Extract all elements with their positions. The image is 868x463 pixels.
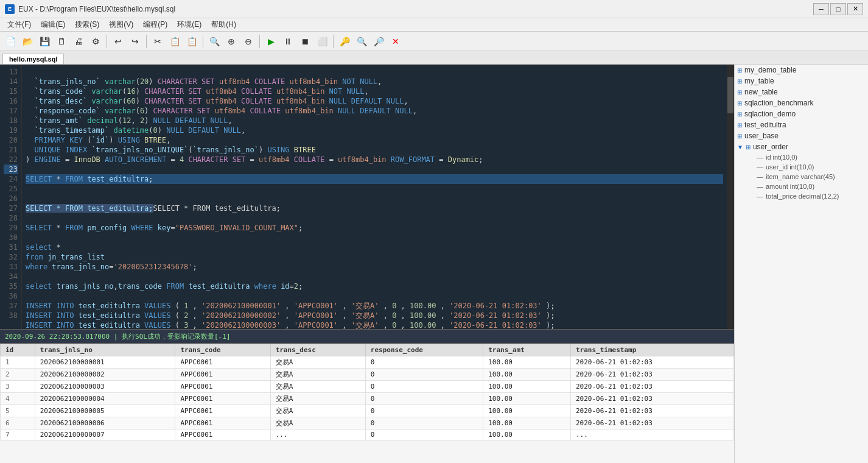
sep1 [107, 35, 107, 48]
tb-copy[interactable]: 📋 [167, 34, 183, 49]
menu-view[interactable]: 视图(V) [104, 18, 138, 31]
sidebar-col-amount[interactable]: — amount int(10,0) [735, 182, 868, 191]
sidebar-item-my-demo-table[interactable]: ⊞ my_demo_table [735, 65, 868, 76]
table-cell: 2020062100000005 [35, 405, 175, 417]
editor-scrollbar[interactable] [727, 65, 734, 329]
col-icon: — [757, 183, 763, 190]
table-cell: APPC0001 [175, 417, 270, 429]
table-cell: 交易A [270, 381, 365, 393]
app-icon: E [5, 4, 15, 14]
tb-settings[interactable]: ⚙ [88, 34, 103, 49]
tb-close-tab[interactable]: ✕ [388, 34, 404, 49]
table-cell: 2020062100000004 [35, 393, 175, 405]
tab-hello-mysql[interactable]: hello.mysql.sql [2, 54, 64, 64]
table-cell: 交易A [270, 369, 365, 381]
table-icon: ⊞ [737, 100, 742, 107]
table-cell: 0 [365, 417, 483, 429]
table-cell: 100.00 [483, 393, 571, 405]
table-cell: 100.00 [483, 429, 571, 440]
tb-search3[interactable]: 🔎 [371, 34, 387, 49]
minimize-button[interactable]: ─ [813, 3, 829, 15]
table-cell: 3 [1, 381, 35, 393]
menu-file[interactable]: 文件(F) [2, 18, 36, 31]
sidebar-item-user-order[interactable]: ▼ ⊞ user_order [735, 141, 868, 152]
table-cell: 交易A [270, 405, 365, 417]
sidebar-item-user-base[interactable]: ⊞ user_base [735, 130, 868, 141]
tb-clear[interactable]: ⬜ [314, 34, 330, 49]
tb-run[interactable]: ▶ [263, 34, 279, 49]
menu-edit[interactable]: 编辑(E) [36, 18, 70, 31]
table-icon: ⊞ [737, 133, 742, 140]
table-cell: APPC0001 [175, 356, 270, 369]
tb-save[interactable]: 💾 [37, 34, 52, 49]
sidebar-item-sqlaction-demo[interactable]: ⊞ sqlaction_demo [735, 108, 868, 119]
sidebar-col-user-id[interactable]: — user_id int(10,0) [735, 162, 868, 172]
menu-help[interactable]: 帮助(H) [206, 18, 241, 31]
main-layout: 13141516 17181920 2122 23 24252627 28293… [0, 65, 868, 463]
table-row: 52020062100000005APPC0001交易A0100.002020-… [1, 405, 734, 417]
expand-icon: ▼ [737, 144, 743, 150]
table-cell: APPC0001 [175, 369, 270, 381]
result-table-wrap[interactable]: id trans_jnls_no trans_code trans_desc r… [0, 344, 734, 463]
tb-redo[interactable]: ↪ [127, 34, 143, 49]
menu-env[interactable]: 环境(E) [172, 18, 206, 31]
tb-search2[interactable]: 🔍 [354, 34, 369, 49]
sidebar-item-test-editultra[interactable]: ⊞ test_editultra [735, 119, 868, 130]
table-cell: 100.00 [483, 356, 571, 369]
table-header-row: id trans_jnls_no trans_code trans_desc r… [1, 344, 734, 356]
sidebar-item-new-table[interactable]: ⊞ new_table [735, 87, 868, 97]
col-amt: trans_amt [483, 344, 571, 356]
tb-undo[interactable]: ↩ [110, 34, 126, 49]
sidebar-col-item-name[interactable]: — item_name varchar(45) [735, 172, 868, 182]
tb-new[interactable]: 📄 [2, 34, 18, 49]
col-icon: — [757, 193, 763, 200]
menu-search[interactable]: 搜索(S) [70, 18, 104, 31]
sep4 [259, 35, 260, 48]
table-row: 22020062100000002APPC0001交易A0100.002020-… [1, 369, 734, 381]
menu-bar: 文件(F) 编辑(E) 搜索(S) 视图(V) 编程(P) 环境(E) 帮助(H… [0, 18, 868, 32]
sidebar-col-id[interactable]: — id int(10,0) [735, 152, 868, 162]
table-row: 12020062100000001APPC0001交易A0100.002020-… [1, 356, 734, 369]
tb-key[interactable]: 🔑 [337, 34, 352, 49]
close-button[interactable]: ✕ [847, 3, 863, 15]
col-icon: — [757, 154, 763, 161]
code-editor[interactable]: 13141516 17181920 2122 23 24252627 28293… [0, 65, 734, 329]
sidebar-col-total-price[interactable]: — total_price decimal(12,2) [735, 191, 868, 201]
maximize-button[interactable]: □ [830, 3, 846, 15]
table-icon: ⊞ [737, 89, 742, 96]
tab-label: hello.mysql.sql [9, 55, 57, 63]
code-content[interactable]: `trans_jnls_no` varchar(20) CHARACTER SE… [22, 65, 727, 329]
col-resp: response_code [365, 344, 483, 356]
menu-program[interactable]: 编程(P) [138, 18, 172, 31]
tb-save-all[interactable]: 🗒 [54, 34, 69, 49]
tb-find[interactable]: 🔍 [206, 34, 222, 49]
table-cell: 交易A [270, 393, 365, 405]
table-cell: 0 [365, 429, 483, 440]
table-icon: ⊞ [746, 144, 751, 150]
scrollbar-thumb[interactable] [727, 77, 733, 113]
title-bar: E EUX - D:\Program Files\EUX\test\hello.… [0, 0, 868, 18]
sidebar-item-my-table[interactable]: ⊞ my_table [735, 76, 868, 87]
tb-zoom-out[interactable]: ⊖ [240, 34, 256, 49]
table-cell: 0 [365, 369, 483, 381]
tb-stop[interactable]: ⏹ [297, 34, 313, 49]
tb-paste[interactable]: 📋 [184, 34, 200, 49]
table-cell: 0 [365, 393, 483, 405]
col-ts: trans_timestamp [570, 344, 733, 356]
table-cell: 1 [1, 356, 35, 369]
table-cell: 2020-06-21 01:02:03 [570, 369, 733, 381]
table-cell: 2020062100000002 [35, 369, 175, 381]
tb-cut[interactable]: ✂ [150, 34, 166, 49]
tb-pause[interactable]: ⏸ [280, 34, 296, 49]
tab-bar: hello.mysql.sql [0, 51, 868, 65]
table-row: 72020062100000007APPC0001...0100.00... [1, 429, 734, 440]
table-icon: ⊞ [737, 111, 742, 118]
table-cell: 2020-06-21 01:02:03 [570, 417, 733, 429]
col-id: id [1, 344, 35, 356]
sidebar-item-sqlaction-benchmark[interactable]: ⊞ sqlaction_benchmark [735, 97, 868, 108]
table-cell: 2020-06-21 01:02:03 [570, 381, 733, 393]
tb-zoom-in[interactable]: ⊕ [223, 34, 239, 49]
tb-open[interactable]: 📂 [19, 34, 35, 49]
tb-print[interactable]: 🖨 [71, 34, 86, 49]
col-code: trans_code [175, 344, 270, 356]
